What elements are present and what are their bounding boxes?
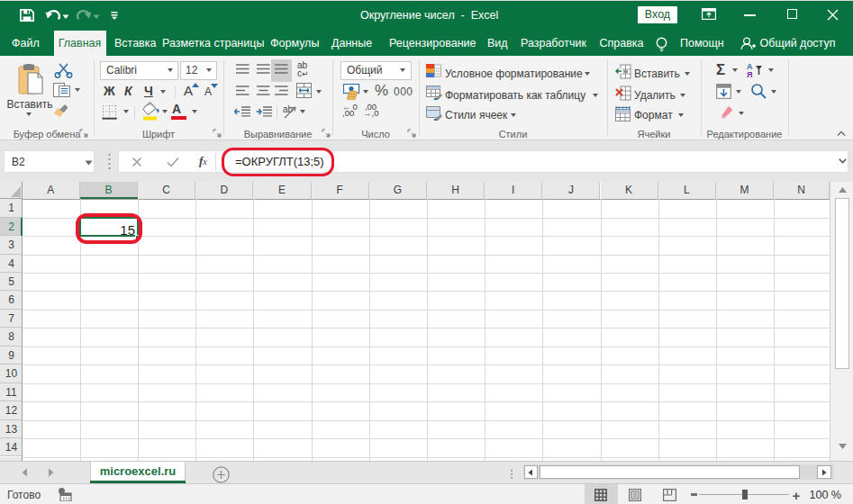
svg-text:ab: ab <box>283 104 294 114</box>
svg-text:Я: Я <box>747 70 752 78</box>
